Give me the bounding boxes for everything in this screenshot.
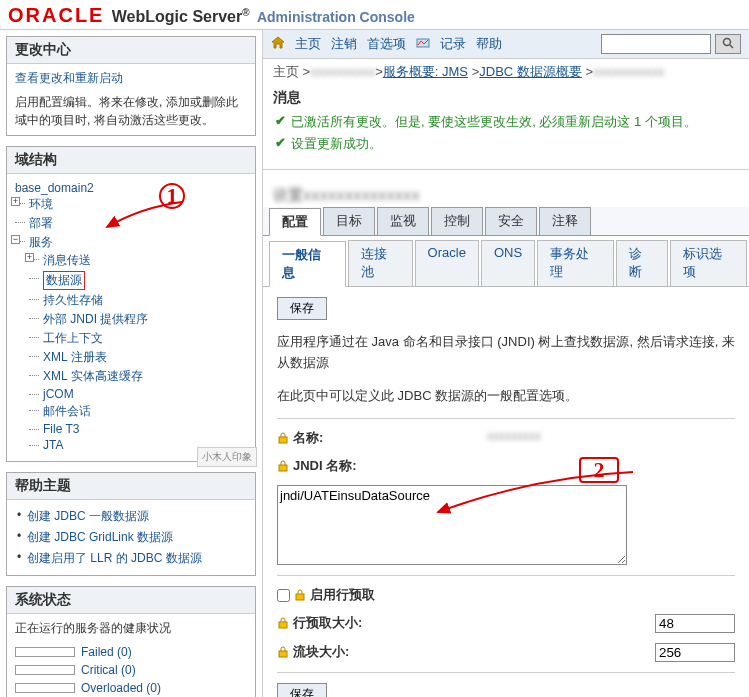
record-link[interactable]: 记录 xyxy=(440,35,466,53)
bc-blur1: xxxxxxxxxx xyxy=(310,64,375,79)
tree-pers[interactable]: 持久性存储 xyxy=(43,293,103,307)
lock-icon xyxy=(294,589,306,601)
tree-wctx[interactable]: 工作上下文 xyxy=(43,331,103,345)
logout-link[interactable]: 注销 xyxy=(331,35,357,53)
row-prefetch-checkbox[interactable] xyxy=(277,589,290,602)
save-button-bottom[interactable]: 保存 xyxy=(277,683,327,697)
tab-ons[interactable]: ONS xyxy=(481,240,535,286)
search-icon xyxy=(722,37,734,49)
help-title: 帮助主题 xyxy=(7,473,255,500)
prefs-link[interactable]: 首选项 xyxy=(367,35,406,53)
help-link-2[interactable]: 创建 JDBC GridLink 数据源 xyxy=(27,530,173,544)
logo-bar: ORACLE WebLogic Server® Administration C… xyxy=(0,0,749,30)
tab-general[interactable]: 一般信息 xyxy=(269,241,346,287)
tab-tx[interactable]: 事务处理 xyxy=(537,240,614,286)
bc-blur2: xxxxxxxxxxx xyxy=(593,64,665,79)
tab-control[interactable]: 控制 xyxy=(431,207,483,235)
tab-monitor[interactable]: 监视 xyxy=(377,207,429,235)
tab-ident[interactable]: 标识选项 xyxy=(670,240,747,286)
tree-xml[interactable]: XML 注册表 xyxy=(43,350,107,364)
tree-jcom[interactable]: jCOM xyxy=(43,387,74,401)
lock-icon xyxy=(277,646,289,658)
search-input[interactable] xyxy=(601,34,711,54)
toolbar: 主页 注销 首选项 记录 帮助 xyxy=(263,30,749,59)
tab-diag[interactable]: 诊断 xyxy=(616,240,668,286)
tree-xmlec[interactable]: XML 实体高速缓存 xyxy=(43,369,143,383)
home-icon xyxy=(271,36,285,53)
status-title: 系统状态 xyxy=(7,587,255,614)
tree-datasource[interactable]: 数据源 xyxy=(46,273,82,287)
tree-jta[interactable]: JTA xyxy=(43,438,63,452)
status-bar-overloaded xyxy=(15,683,75,693)
tab-oracle[interactable]: Oracle xyxy=(415,240,479,286)
svg-rect-5 xyxy=(296,594,304,600)
save-button-top[interactable]: 保存 xyxy=(277,297,327,320)
stream-size-input[interactable] xyxy=(655,643,735,662)
status-critical[interactable]: Critical (0) xyxy=(81,663,136,677)
product-name: WebLogic Server® xyxy=(112,8,250,25)
svg-line-2 xyxy=(730,45,733,48)
help-link-3[interactable]: 创建启用了 LLR 的 JDBC 数据源 xyxy=(27,551,202,565)
tree-root[interactable]: base_domain2 xyxy=(15,181,94,195)
expand-icon[interactable]: + xyxy=(25,253,34,262)
home-link[interactable]: 主页 xyxy=(295,35,321,53)
prefetch-size-label: 行预取大小: xyxy=(293,614,362,632)
status-portlet: 系统状态 正在运行的服务器的健康状况 Failed (0) Critical (… xyxy=(6,586,256,697)
search-button[interactable] xyxy=(715,34,741,54)
tree-services[interactable]: 服务 xyxy=(29,235,53,249)
change-center-portlet: 更改中心 查看更改和重新启动 启用配置编辑。将来在修改, 添加或删除此域中的项目… xyxy=(6,36,256,136)
desc-1: 应用程序通过在 Java 命名和目录接口 (JNDI) 树上查找数据源, 然后请… xyxy=(277,332,735,374)
change-center-text: 启用配置编辑。将来在修改, 添加或删除此域中的项目时, 将自动激活这些更改。 xyxy=(15,93,247,129)
status-overloaded[interactable]: Overloaded (0) xyxy=(81,681,161,695)
tree-mail[interactable]: 邮件会话 xyxy=(43,404,91,418)
svg-rect-4 xyxy=(279,465,287,471)
status-bar-failed xyxy=(15,647,75,657)
console-title: Administration Console xyxy=(257,9,415,25)
watermark: 小木人印象 xyxy=(197,447,257,467)
annotation-1: 1 xyxy=(159,183,185,209)
lock-icon xyxy=(277,617,289,629)
help-link-1[interactable]: 创建 JDBC 一般数据源 xyxy=(27,509,149,523)
brand-logo: ORACLE xyxy=(8,4,104,26)
name-label: 名称: xyxy=(293,429,323,447)
left-column: 更改中心 查看更改和重新启动 启用配置编辑。将来在修改, 添加或删除此域中的项目… xyxy=(0,30,262,697)
tabs-level1: 配置 目标 监视 控制 安全 注释 xyxy=(263,207,749,236)
tab-pool[interactable]: 连接池 xyxy=(348,240,412,286)
svg-rect-6 xyxy=(279,622,287,628)
record-icon xyxy=(416,36,430,53)
svg-rect-3 xyxy=(279,437,287,443)
breadcrumb: 主页 >xxxxxxxxxx>服务概要: JMS >JDBC 数据源概要 >xx… xyxy=(263,59,749,85)
collapse-icon[interactable]: − xyxy=(11,235,20,244)
svg-rect-7 xyxy=(279,651,287,657)
help-link[interactable]: 帮助 xyxy=(476,35,502,53)
tab-security[interactable]: 安全 xyxy=(485,207,537,235)
bc-home: 主页 xyxy=(273,64,299,79)
expand-icon[interactable]: + xyxy=(11,197,20,206)
prefetch-size-input[interactable] xyxy=(655,614,735,633)
tab-config[interactable]: 配置 xyxy=(269,208,321,236)
message-2: 设置更新成功。 xyxy=(273,133,739,155)
tree-msg[interactable]: 消息传送 xyxy=(43,253,91,267)
tab-notes[interactable]: 注释 xyxy=(539,207,591,235)
status-failed[interactable]: Failed (0) xyxy=(81,645,132,659)
tree-env[interactable]: 环境 xyxy=(29,197,53,211)
bc-jdbc[interactable]: JDBC 数据源概要 xyxy=(479,64,582,79)
settings-title: 设置xxxxxxxxxxxxxx xyxy=(263,180,749,207)
tree-jndi[interactable]: 外部 JNDI 提供程序 xyxy=(43,312,148,326)
tree-filet3[interactable]: File T3 xyxy=(43,422,79,436)
tree-deploy[interactable]: 部署 xyxy=(29,216,53,230)
messages-title: 消息 xyxy=(273,89,739,107)
jndi-name-input[interactable] xyxy=(277,485,627,565)
tab-target[interactable]: 目标 xyxy=(323,207,375,235)
domain-struct-title: 域结构 xyxy=(7,147,255,174)
annotation-2: 2 xyxy=(579,457,619,483)
bc-svc[interactable]: 服务概要: JMS xyxy=(383,64,468,79)
lock-icon xyxy=(277,460,289,472)
right-column: 主页 注销 首选项 记录 帮助 主页 >xxxxxxxxxx>服务概要: JMS… xyxy=(262,30,749,697)
status-running: 正在运行的服务器的健康状况 xyxy=(15,620,247,637)
lock-icon xyxy=(277,432,289,444)
desc-2: 在此页中可以定义此 JDBC 数据源的一般配置选项。 xyxy=(277,386,735,407)
jndi-label: JNDI 名称: xyxy=(293,457,357,475)
view-restart-link[interactable]: 查看更改和重新启动 xyxy=(15,71,123,85)
domain-struct-portlet: 域结构 base_domain2 +环境 部署 −服务 +消息传送 数据源 持久… xyxy=(6,146,256,462)
